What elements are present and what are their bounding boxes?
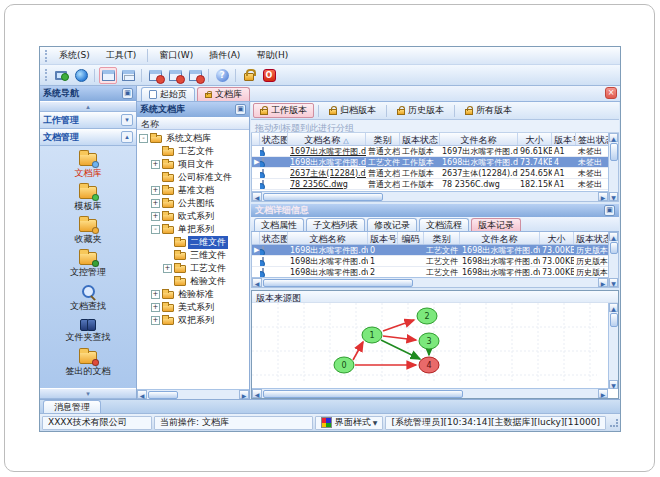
- scroll-down-icon[interactable]: ▼: [609, 380, 618, 389]
- scroll-up-icon[interactable]: ▲: [609, 303, 618, 312]
- pin-icon[interactable]: ▣: [604, 205, 615, 216]
- tree-node[interactable]: -单把系列: [139, 223, 249, 236]
- tab-child-doc-list[interactable]: 子文档列表: [306, 218, 365, 231]
- work-versions-button[interactable]: 工作版本: [253, 103, 314, 118]
- menu-plugins[interactable]: 插件(A): [201, 47, 248, 64]
- col-doc-name[interactable]: 文档名称: [288, 232, 368, 244]
- sidebar-group-documents[interactable]: 文档管理 ▴: [40, 129, 136, 146]
- scroll-down-icon[interactable]: ▼: [609, 192, 618, 201]
- sidebar-item-template-library[interactable]: 模板库: [40, 183, 136, 216]
- sidebar-group-work[interactable]: 工作管理 ▾: [40, 112, 136, 129]
- tab-doc-library[interactable]: 文档库: [197, 87, 250, 101]
- toolbar-grip[interactable]: [45, 69, 48, 81]
- tree-node[interactable]: +欧式系列: [139, 210, 249, 223]
- graph-node-1[interactable]: 1: [362, 327, 382, 343]
- graph-node-2[interactable]: 2: [417, 308, 437, 324]
- table-row[interactable]: 1697出水嘴零件图.dwg 普通文档 工作版本 1697出水嘴零件图.dwg …: [252, 146, 618, 157]
- scroll-up-icon[interactable]: ▲: [609, 133, 618, 142]
- menu-system[interactable]: 系统(S): [51, 47, 98, 64]
- col-status[interactable]: 状态图: [260, 232, 288, 244]
- menu-window[interactable]: 窗口(W): [151, 47, 201, 64]
- close-window-button-1[interactable]: [146, 67, 164, 84]
- scroll-left-icon[interactable]: ◀: [252, 278, 262, 287]
- collapse-icon[interactable]: -: [139, 134, 148, 143]
- col-version-state[interactable]: 版本状态: [574, 232, 608, 244]
- table-row[interactable]: 2637主体(12284).dwg 普通文档 工作版本 2637主体(12284…: [252, 168, 618, 179]
- col-file-name[interactable]: 文件名称: [460, 232, 540, 244]
- tree-node[interactable]: +公共图纸: [139, 197, 249, 210]
- expand-icon[interactable]: +: [151, 316, 160, 325]
- sidebar-item-checked-out-docs[interactable]: 签出的文档: [40, 348, 136, 381]
- scroll-thumb[interactable]: [263, 390, 463, 398]
- sync-monitor-button[interactable]: [52, 67, 70, 84]
- version-graph-canvas[interactable]: 0 1 2 3 4 ▲ ▼: [252, 303, 618, 398]
- graph-node-3[interactable]: 3: [419, 333, 439, 349]
- expand-icon[interactable]: +: [151, 290, 160, 299]
- graph-horizontal-scrollbar[interactable]: ◀ ▶: [252, 388, 608, 398]
- menu-grip[interactable]: [45, 50, 48, 62]
- collapse-icon[interactable]: -: [151, 225, 160, 234]
- documents-horizontal-scrollbar[interactable]: ◀ ▶: [252, 191, 608, 201]
- scroll-left-icon[interactable]: ◀: [252, 192, 262, 201]
- chevron-down-icon[interactable]: ▾: [121, 114, 133, 126]
- tree-node[interactable]: +基准文档: [139, 184, 249, 197]
- history-versions-button[interactable]: 历史版本: [391, 103, 450, 118]
- col-status[interactable]: 状态图: [260, 133, 288, 145]
- ui-style-dropdown[interactable]: 界面样式 ▼: [315, 416, 384, 430]
- expand-icon[interactable]: +: [163, 264, 172, 273]
- col-file-name[interactable]: 文件名称: [440, 133, 518, 145]
- tab-doc-flow[interactable]: 文档流程: [419, 218, 469, 231]
- close-window-button-3[interactable]: [186, 67, 204, 84]
- resize-grip[interactable]: [610, 419, 618, 427]
- exit-button[interactable]: O: [260, 67, 278, 84]
- tree-column-header[interactable]: 名称: [137, 117, 249, 130]
- globe-button[interactable]: [72, 67, 90, 84]
- expand-icon[interactable]: +: [151, 186, 160, 195]
- table-row[interactable]: 78 2356C.dwg 普通文档 工作版本 78 2356C.dwg 182.…: [252, 179, 618, 190]
- tree-node[interactable]: +检验标准: [139, 288, 249, 301]
- scroll-right-icon[interactable]: ▶: [598, 192, 608, 201]
- expand-icon[interactable]: +: [151, 303, 160, 312]
- pin-icon[interactable]: ▣: [235, 104, 246, 115]
- table-row-selected[interactable]: ▶ 1698出水嘴零件图.dwg 工艺文件 工作版本 1698出水嘴零件图.dw…: [252, 157, 618, 168]
- scroll-right-icon[interactable]: ▶: [598, 278, 608, 287]
- scroll-thumb[interactable]: [610, 143, 618, 161]
- expand-icon[interactable]: +: [151, 160, 160, 169]
- col-size[interactable]: 大小: [518, 133, 552, 145]
- close-window-button-2[interactable]: [166, 67, 184, 84]
- sidebar-item-doc-search[interactable]: 文档查找: [40, 282, 136, 315]
- graph-vertical-scrollbar[interactable]: ▲ ▼: [608, 303, 618, 389]
- tab-start-page[interactable]: 起始页: [141, 87, 195, 101]
- close-icon[interactable]: ×: [605, 87, 617, 99]
- col-doc-name[interactable]: 文档名称 △: [288, 133, 366, 145]
- sidebar-more-strip[interactable]: ▾: [40, 388, 136, 399]
- tab-version-records[interactable]: 版本记录: [471, 218, 521, 231]
- new-window-button[interactable]: [99, 67, 117, 84]
- scroll-right-icon[interactable]: ▶: [598, 389, 608, 398]
- group-by-hint[interactable]: 拖动列标题到此进行分组: [251, 120, 619, 133]
- table-row-selected[interactable]: ▶ 1698出水嘴零件图.dwg 0 工艺文件 1698出水嘴零件图.dwg 7…: [252, 245, 618, 256]
- tab-message-manage[interactable]: 消息管理: [43, 400, 101, 413]
- sidebar-item-doc-library[interactable]: 文档库: [40, 150, 136, 183]
- sidebar-item-favorites[interactable]: 收藏夹: [40, 216, 136, 249]
- pin-icon[interactable]: ▣: [122, 88, 133, 99]
- scroll-thumb[interactable]: [263, 279, 413, 287]
- scroll-up-icon[interactable]: ▲: [609, 232, 618, 241]
- sidebar-collapse-strip[interactable]: ▴: [40, 101, 136, 112]
- scroll-thumb[interactable]: [263, 193, 383, 201]
- col-size[interactable]: 大小: [540, 232, 574, 244]
- table-row[interactable]: 1698出水嘴零件图.dwg 1 工艺文件 1698出水嘴零件图.dwg 73.…: [252, 256, 618, 267]
- tree-node[interactable]: +美式系列: [139, 301, 249, 314]
- scroll-left-icon[interactable]: ◀: [252, 389, 262, 398]
- tree-node[interactable]: +双把系列: [139, 314, 249, 327]
- tree-node[interactable]: +工艺文件: [139, 262, 249, 275]
- lock-button[interactable]: [240, 67, 258, 84]
- graph-node-4[interactable]: 4: [419, 357, 439, 373]
- graph-node-0[interactable]: 0: [334, 357, 354, 373]
- col-category[interactable]: 类别: [366, 133, 400, 145]
- window-grid-button[interactable]: [119, 67, 137, 84]
- expand-icon[interactable]: +: [151, 199, 160, 208]
- scroll-down-icon[interactable]: ▼: [609, 278, 618, 287]
- scroll-right-icon[interactable]: ▶: [239, 390, 249, 399]
- scroll-thumb[interactable]: [610, 313, 618, 327]
